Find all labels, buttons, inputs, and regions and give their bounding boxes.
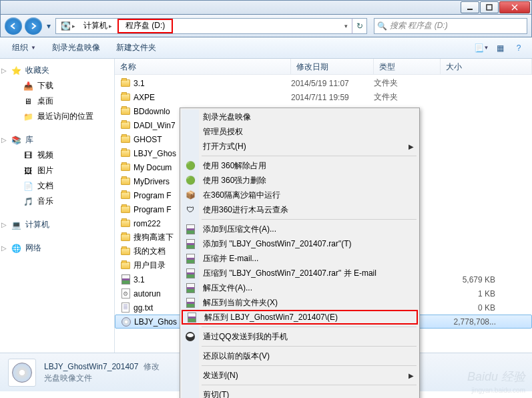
ctx-cut[interactable]: 剪切(T) (182, 387, 418, 398)
file-icon (120, 246, 131, 257)
picture-icon: 🖼 (23, 166, 33, 176)
rar-icon (185, 268, 196, 278)
ctx-openwith[interactable]: 打开方式(H)▶ (182, 139, 418, 154)
sidebar-item-downloads[interactable]: 📥下载 (0, 78, 114, 93)
ctx-360-force[interactable]: 🟢使用 360强力删除 (182, 173, 418, 188)
ctx-email-zip[interactable]: 压缩并 E-mail... (182, 251, 418, 266)
column-type[interactable]: 类型 (374, 59, 441, 74)
rar-icon (185, 253, 196, 264)
360-icon: 🟢 (185, 160, 196, 171)
context-menu: 刻录光盘映像 管理员授权 打开方式(H)▶ 🟢使用 360解除占用 🟢使用 36… (180, 108, 420, 398)
ctx-360-trojan[interactable]: 🛡使用360进行木马云查杀 (182, 202, 418, 217)
organize-button[interactable]: 组织▼ (5, 39, 43, 56)
rar-icon (185, 238, 196, 249)
separator (202, 219, 417, 220)
file-icon (120, 120, 131, 131)
file-name: 我的文档 (134, 246, 166, 257)
star-icon: ⭐ (11, 65, 21, 76)
drive-icon: 💽 (60, 21, 71, 31)
file-name: 搜狗高速下 (134, 232, 174, 243)
qq-icon (185, 331, 196, 342)
ctx-add-to[interactable]: 添加到 "LBJY_GhostWin7_201407.rar"(T) (182, 236, 418, 251)
sidebar-item-pictures[interactable]: 🖼图片 (0, 163, 114, 178)
view-options-button[interactable]: 📃▼ (473, 40, 489, 56)
breadcrumb-drive[interactable]: 程序盘 (D:) (125, 20, 165, 31)
chevron-down-icon[interactable]: ▾ (344, 23, 348, 29)
sidebar-item-desktop[interactable]: 🖥桌面 (0, 93, 114, 109)
toolbar: 组织▼ 刻录光盘映像 新建文件夹 📃▼ ▦ ? (0, 37, 532, 59)
collapse-icon[interactable]: ▷ (1, 136, 9, 144)
sidebar-item-recent[interactable]: 📁最近访问的位置 (0, 109, 114, 124)
document-icon: 📄 (23, 181, 33, 192)
network-icon: 🌐 (11, 243, 21, 254)
sidebar-item-music[interactable]: 🎵音乐 (0, 194, 114, 209)
preview-pane-button[interactable]: ▦ (492, 40, 508, 56)
address-bar[interactable]: 💽▸ 计算机▸ 程序盘 (D:) ▾ ↻ (55, 18, 367, 34)
file-icon (120, 260, 131, 271)
file-icon (121, 317, 131, 327)
file-icon (120, 148, 131, 159)
file-name: gg.txt (134, 303, 153, 313)
column-size[interactable]: 大小 (441, 59, 532, 74)
file-icon (120, 232, 131, 243)
file-row[interactable]: 3.12014/5/19 11:07文件夹 (115, 76, 532, 90)
ctx-sendto[interactable]: 发送到(N)▶ (182, 368, 418, 383)
sidebar-network[interactable]: ▷🌐网络 (0, 240, 114, 256)
minimize-button[interactable] (461, 1, 479, 13)
ctx-extract-to[interactable]: 解压到 LBJY_GhostWin7_201407\(E) (182, 310, 418, 325)
help-button[interactable]: ? (511, 40, 527, 56)
sidebar-computer[interactable]: ▷💻计算机 (0, 217, 114, 232)
file-icon (120, 162, 131, 173)
back-button[interactable] (5, 17, 22, 35)
file-icon (120, 106, 131, 117)
sidebar-libraries[interactable]: ▷📚库 (0, 132, 114, 148)
ctx-extract-here[interactable]: 解压到当前文件夹(X) (182, 295, 418, 310)
file-name: 3.1 (134, 79, 145, 88)
ctx-360-sandbox[interactable]: 📦在360隔离沙箱中运行 (182, 188, 418, 202)
column-name[interactable]: 名称 (115, 59, 291, 74)
breadcrumb-computer[interactable]: 计算机 (83, 20, 107, 31)
refresh-button[interactable]: ↻ (352, 18, 366, 34)
file-icon (120, 288, 131, 299)
sidebar-item-videos[interactable]: 🎞视频 (0, 148, 114, 163)
file-name: rom222 (134, 219, 161, 228)
ctx-burn[interactable]: 刻录光盘映像 (182, 110, 418, 124)
ctx-email-zip-to[interactable]: 压缩到 "LBJY_GhostWin7_201407.rar" 并 E-mail (182, 266, 418, 280)
maximize-button[interactable] (480, 1, 499, 13)
file-name: DADI_Win7 (134, 121, 176, 130)
selected-file-name: LBJY_GhostWin7_201407 (44, 362, 138, 371)
newfolder-button[interactable]: 新建文件夹 (109, 39, 163, 56)
file-name: MyDrivers (134, 177, 170, 186)
forward-button[interactable] (25, 17, 42, 35)
file-row[interactable]: AXPE2014/7/11 19:59文件夹 (115, 90, 532, 104)
ctx-restore[interactable]: 还原以前的版本(V) (182, 349, 418, 363)
column-headers: 名称 修改日期 类型 大小 (115, 59, 532, 75)
ctx-add-archive[interactable]: 添加到压缩文件(A)... (182, 222, 418, 236)
ctx-extract[interactable]: 解压文件(A)... (182, 280, 418, 295)
file-date: 2014/5/19 11:07 (291, 79, 374, 88)
sidebar-favorites[interactable]: ▷⭐收藏夹 (0, 63, 114, 78)
ctx-360-release[interactable]: 🟢使用 360解除占用 (182, 158, 418, 173)
ctx-admin[interactable]: 管理员授权 (182, 124, 418, 139)
file-name: 用户目录 (134, 260, 166, 271)
search-input[interactable]: 🔍 搜索 程序盘 (D:) (374, 18, 527, 34)
history-dropdown[interactable]: ▾ (45, 19, 53, 33)
separator (202, 365, 417, 366)
burn-button[interactable]: 刻录光盘映像 (45, 39, 107, 56)
column-date[interactable]: 修改日期 (291, 59, 374, 74)
rar-icon (186, 312, 197, 323)
file-type: 文件夹 (374, 77, 441, 89)
shield-icon: 🛡 (185, 204, 196, 215)
collapse-icon[interactable]: ▷ (1, 221, 9, 228)
360-icon: 🟢 (185, 175, 196, 186)
close-button[interactable] (499, 1, 530, 13)
file-size: 5,679 KB (441, 275, 501, 284)
file-icon (120, 176, 131, 187)
sidebar-item-documents[interactable]: 📄文档 (0, 178, 114, 194)
rar-icon (185, 297, 196, 308)
library-icon: 📚 (11, 135, 21, 146)
search-placeholder: 搜索 程序盘 (D:) (390, 20, 448, 31)
collapse-icon[interactable]: ▷ (1, 244, 9, 252)
ctx-qq-send[interactable]: 通过QQ发送到我的手机 (182, 329, 418, 344)
collapse-icon[interactable]: ▷ (1, 67, 9, 74)
